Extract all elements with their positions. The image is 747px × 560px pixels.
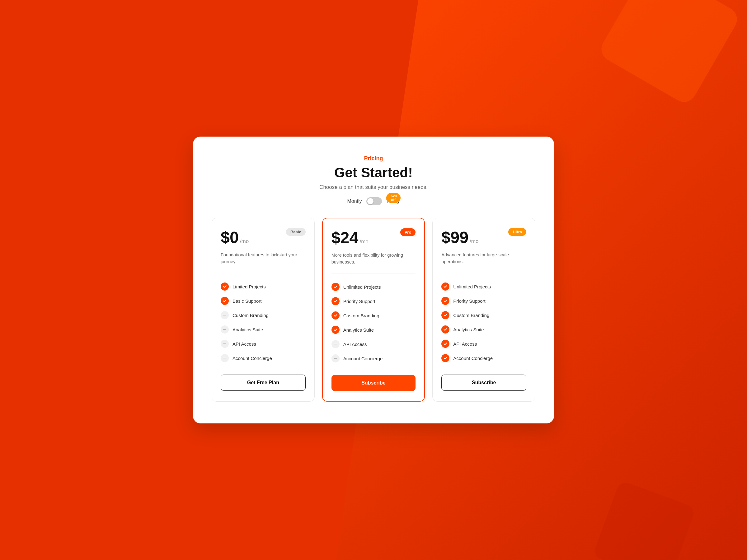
plan-price-pro: $24/mo	[332, 229, 368, 247]
plans-grid: $0/moBasicFoundational features to kicks…	[212, 218, 535, 402]
price-amount-basic: $0	[221, 228, 239, 247]
plan-card-basic: $0/moBasicFoundational features to kicks…	[212, 218, 315, 402]
dash-icon	[332, 354, 340, 363]
feature-label-basic-4: API Access	[232, 341, 256, 347]
pricing-header: Pricing Get Started! Choose a plan that …	[212, 155, 535, 205]
features-list-ultra: Unlimited Projects Priority Support Cust…	[441, 279, 526, 365]
plan-price-ultra: $99/mo	[441, 228, 479, 247]
plan-button-ultra[interactable]: Subscribe	[441, 375, 526, 391]
feature-item-pro-1: Priority Support	[332, 294, 416, 308]
plan-description-pro: More tools and flexibility for growing b…	[332, 252, 416, 266]
plan-header-basic: $0/moBasic	[221, 228, 306, 247]
feature-label-pro-3: Analytics Suite	[343, 327, 374, 332]
plan-card-ultra: $99/moUltraAdvanced features for large-s…	[432, 218, 535, 402]
feature-item-basic-1: Basic Support	[221, 294, 306, 308]
feature-label-ultra-4: API Access	[453, 341, 477, 347]
feature-item-pro-4: API Access	[332, 337, 416, 351]
dash-icon	[221, 354, 229, 362]
feature-label-ultra-1: Priority Support	[453, 298, 485, 304]
plan-divider-ultra	[441, 273, 526, 273]
check-icon	[441, 283, 449, 291]
check-icon	[332, 326, 340, 334]
check-icon	[441, 297, 449, 305]
check-icon	[441, 354, 449, 362]
feature-item-ultra-4: API Access	[441, 337, 526, 351]
billing-toggle: Montly Yearly %20 off	[212, 197, 535, 205]
plan-divider-basic	[221, 273, 306, 273]
feature-item-pro-5: Account Concierge	[332, 351, 416, 366]
plan-description-ultra: Advanced features for large-scale operat…	[441, 252, 526, 265]
dash-icon	[221, 311, 229, 319]
feature-item-ultra-2: Custom Branding	[441, 308, 526, 322]
plan-price-basic: $0/mo	[221, 228, 249, 247]
check-icon	[441, 311, 449, 319]
feature-item-ultra-1: Priority Support	[441, 294, 526, 308]
feature-label-ultra-5: Account Concierge	[453, 355, 493, 361]
feature-item-basic-4: API Access	[221, 337, 306, 351]
feature-item-basic-2: Custom Branding	[221, 308, 306, 322]
plan-description-basic: Foundational features to kickstart your …	[221, 252, 306, 265]
feature-label-basic-1: Basic Support	[232, 298, 261, 304]
feature-label-ultra-2: Custom Branding	[453, 313, 489, 318]
monthly-label: Montly	[347, 198, 362, 204]
plan-badge-pro: Pro	[400, 229, 416, 236]
check-icon	[221, 297, 229, 305]
plan-header-pro: $24/moPro	[332, 229, 416, 247]
billing-toggle-switch[interactable]	[366, 197, 382, 205]
feature-label-basic-2: Custom Branding	[232, 313, 268, 318]
plan-badge-ultra: Ultra	[508, 228, 526, 236]
feature-item-basic-3: Analytics Suite	[221, 322, 306, 337]
feature-item-basic-5: Account Concierge	[221, 351, 306, 365]
plan-button-pro[interactable]: Subscribe	[332, 375, 416, 391]
pricing-label: Pricing	[212, 155, 535, 162]
check-icon	[332, 312, 340, 320]
price-period-basic: /mo	[240, 238, 249, 244]
check-icon	[332, 283, 340, 291]
price-period-ultra: /mo	[470, 238, 479, 244]
plan-header-ultra: $99/moUltra	[441, 228, 526, 247]
features-list-basic: Limited Projects Basic Support Custom Br…	[221, 279, 306, 365]
check-icon	[441, 325, 449, 334]
plan-divider-pro	[332, 273, 416, 273]
feature-item-ultra-3: Analytics Suite	[441, 322, 526, 337]
price-amount-pro: $24	[332, 229, 359, 247]
plan-badge-basic: Basic	[286, 228, 306, 236]
pricing-subtitle: Choose a plan that suits your business n…	[212, 184, 535, 190]
feature-label-pro-0: Unlimited Projects	[343, 284, 381, 290]
feature-label-pro-4: API Access	[343, 342, 367, 347]
dash-icon	[221, 340, 229, 348]
check-icon	[221, 283, 229, 291]
feature-label-basic-3: Analytics Suite	[232, 327, 263, 332]
plan-button-basic[interactable]: Get Free Plan	[221, 375, 306, 391]
check-icon	[332, 297, 340, 305]
feature-item-pro-0: Unlimited Projects	[332, 280, 416, 294]
dash-icon	[221, 325, 229, 334]
price-amount-ultra: $99	[441, 228, 468, 247]
pricing-card: Pricing Get Started! Choose a plan that …	[193, 137, 554, 423]
feature-item-pro-2: Custom Branding	[332, 308, 416, 323]
feature-label-ultra-0: Unlimited Projects	[453, 284, 491, 289]
yearly-wrap: Yearly %20 off	[386, 198, 400, 204]
feature-item-ultra-0: Unlimited Projects	[441, 279, 526, 294]
check-icon	[441, 340, 449, 348]
feature-label-pro-5: Account Concierge	[343, 356, 383, 361]
toggle-knob	[367, 198, 374, 205]
feature-label-basic-0: Limited Projects	[232, 284, 266, 289]
feature-label-pro-2: Custom Branding	[343, 313, 380, 318]
feature-item-pro-3: Analytics Suite	[332, 323, 416, 337]
feature-item-ultra-5: Account Concierge	[441, 351, 526, 365]
features-list-pro: Unlimited Projects Priority Support Cust…	[332, 280, 416, 366]
dash-icon	[332, 340, 340, 348]
price-period-pro: /mo	[360, 239, 368, 245]
feature-label-pro-1: Priority Support	[343, 299, 376, 304]
feature-item-basic-0: Limited Projects	[221, 279, 306, 294]
pricing-title: Get Started!	[212, 165, 535, 181]
plan-card-pro: $24/moProMore tools and flexibility for …	[322, 218, 425, 402]
discount-badge: %20 off	[386, 193, 401, 203]
feature-label-basic-5: Account Concierge	[232, 355, 272, 361]
feature-label-ultra-3: Analytics Suite	[453, 327, 484, 332]
